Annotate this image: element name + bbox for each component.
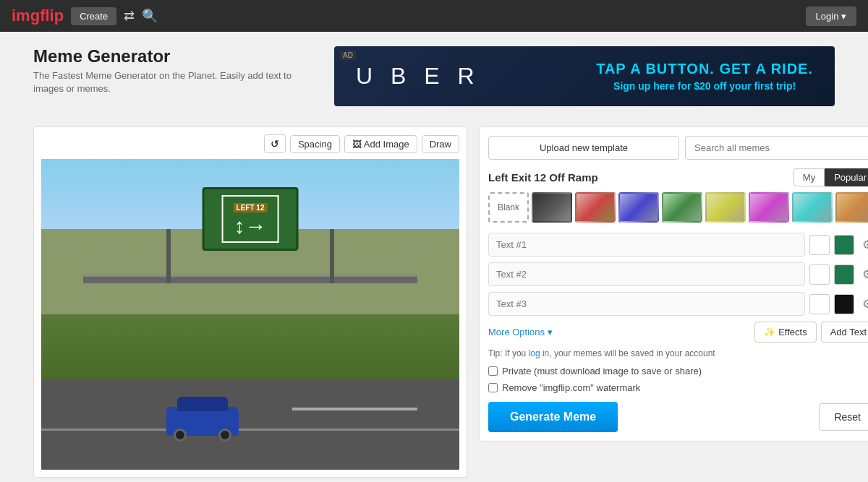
text1-color-green[interactable] [834,235,854,255]
generate-row: Generate Meme Reset [488,402,868,432]
main-row: ↺ Spacing 🖼 Add Image Draw [33,126,835,478]
thumb-7[interactable] [792,192,833,223]
navbar: imgflip Create ⇄ 🔍 Login ▾ [0,0,868,32]
login-button[interactable]: Login ▾ [806,7,856,26]
sign-arrow: ↕→ [234,215,268,237]
login-link[interactable]: log in [529,348,550,358]
text-row-1: ⚙ [488,233,868,257]
reset-button[interactable]: Reset [819,403,868,431]
create-button[interactable]: Create [71,7,116,25]
thumb-8[interactable] [835,192,868,223]
add-image-icon: 🖼 [352,139,362,150]
page-title: Meme Generator [33,46,323,66]
shuffle-icon[interactable]: ⇄ [124,8,135,24]
ad-text: TAP A BUTTON. GET A RIDE. Sign up here f… [596,61,813,92]
left-panel: ↺ Spacing 🖼 Add Image Draw [33,126,467,478]
action-buttons: ✨ Effects Add Text [754,322,868,343]
draw-button[interactable]: Draw [422,135,459,153]
text2-color-green[interactable] [834,264,854,285]
main-content: Meme Generator The Fastest Meme Generato… [22,32,846,482]
create-label: Create [80,11,108,22]
thumb-1[interactable] [532,192,572,223]
text-row-2: ⚙ [488,262,868,286]
text3-color-black[interactable] [834,294,854,314]
text-row-3: ⚙ [488,292,868,316]
actions-row: More Options ▾ ✨ Effects Add Text [488,322,868,343]
thumb-5[interactable] [705,192,746,223]
sparkle-icon: ✨ [764,327,775,337]
tab-popular[interactable]: Popular [825,168,868,186]
pole-right [330,229,334,283]
controls-panel: Upload new template Left Exit 12 Off Ram… [479,126,868,442]
add-text-button[interactable]: Add Text [821,322,868,343]
navbar-left: imgflip Create ⇄ 🔍 [12,7,158,25]
thumb-2[interactable] [575,192,616,223]
meme-bottom-half [41,314,459,470]
tab-my[interactable]: My [793,168,825,186]
private-checkbox[interactable] [488,366,498,376]
header-row: Meme Generator The Fastest Meme Generato… [33,46,835,116]
ad-logo: U B E R [356,63,480,90]
meme-editor: ↺ Spacing 🖼 Add Image Draw [33,126,467,478]
private-label: Private (must download image to save or … [502,366,702,376]
text2-settings-icon[interactable]: ⚙ [859,266,868,283]
page-header: Meme Generator The Fastest Meme Generato… [33,46,323,106]
logo-img: img [12,7,40,25]
text-input-3[interactable] [488,292,805,316]
car-roof [177,397,228,411]
template-title: Left Exit 12 Off Ramp [488,171,598,184]
add-image-button[interactable]: 🖼 Add Image [344,135,417,153]
meme-top-half: LEFT 12 ↕→ [41,159,459,314]
thumb-3[interactable] [618,192,659,223]
template-header: Left Exit 12 Off Ramp My Popular [488,168,868,186]
text1-color-white[interactable] [809,235,830,255]
template-row: Upload new template [488,136,868,160]
watermark-label: Remove "imgflip.com" watermark [502,382,640,393]
text1-settings-icon[interactable]: ⚙ [859,236,868,254]
sign-label: LEFT 12 [234,203,268,212]
more-options-button[interactable]: More Options ▾ [488,327,553,337]
meme-image-area: LEFT 12 ↕→ [41,159,459,470]
private-checkbox-row: Private (must download image to save or … [488,366,868,376]
text3-color-white[interactable] [809,294,830,314]
thumb-4[interactable] [662,192,702,223]
right-panel: Upload new template Left Exit 12 Off Ram… [479,126,868,478]
spacing-button[interactable]: Spacing [290,135,340,153]
tab-group: My Popular [793,168,868,186]
thumb-6[interactable] [749,192,789,223]
editor-toolbar: ↺ Spacing 🖼 Add Image Draw [41,134,459,153]
search-input[interactable] [685,136,868,160]
tip-text: Tip: If you log in, your memes will be s… [488,348,868,358]
text-input-2[interactable] [488,262,805,286]
ad-banner: AD U B E R TAP A BUTTON. GET A RIDE. Sig… [334,46,835,106]
page-subtitle: The Fastest Meme Generator on the Planet… [33,69,323,95]
logo[interactable]: imgflip [12,7,64,25]
trees [41,314,459,379]
pole-left [166,229,171,283]
wheel-left [174,429,187,442]
ad-subtext: Sign up here for $20 off your first trip… [596,80,813,92]
upload-template-button[interactable]: Upload new template [488,136,679,160]
bridge [83,275,417,283]
text-input-1[interactable] [488,233,805,257]
road-line [41,429,459,431]
sign-inner: LEFT 12 ↕→ [222,195,279,243]
effects-button[interactable]: ✨ Effects [754,322,817,343]
ad-label: AD [340,51,356,60]
watermark-checkbox[interactable] [488,383,498,392]
wheel-right [218,429,231,442]
generate-button[interactable]: Generate Meme [488,402,618,432]
refresh-button[interactable]: ↺ [264,134,286,153]
logo-flip: flip [40,7,64,25]
car-body [166,407,239,436]
thumb-blank[interactable]: Blank [488,192,529,223]
text2-color-white[interactable] [809,264,830,285]
guardrail [292,408,417,410]
watermark-checkbox-row: Remove "imgflip.com" watermark [488,382,868,393]
search-icon[interactable]: 🔍 [142,8,158,24]
template-thumbnails: Blank [488,192,868,223]
highway-sign: LEFT 12 ↕→ [203,187,299,251]
ad-headline: TAP A BUTTON. GET A RIDE. [596,61,813,77]
text3-settings-icon[interactable]: ⚙ [859,296,868,313]
road [41,376,459,470]
